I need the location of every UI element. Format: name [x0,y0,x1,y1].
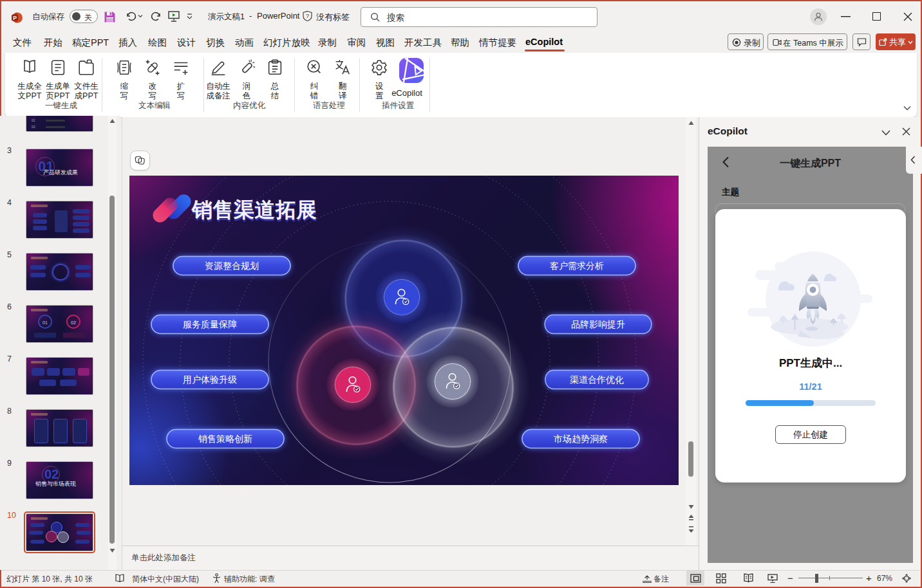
svg-text:服务质量保障: 服务质量保障 [183,319,237,329]
svg-text:销售策略创新: 销售策略创新 [198,434,252,444]
svg-text:P: P [13,15,17,21]
svg-text:渠道合作优化: 渠道合作优化 [570,374,624,385]
svg-text:资源整合规划: 资源整合规划 [205,261,259,271]
svg-text:客户需求分析: 客户需求分析 [550,261,604,271]
svg-text:?: ? [306,13,309,19]
svg-text:用户体验升级: 用户体验升级 [183,374,237,385]
svg-text:市场趋势洞察: 市场趋势洞察 [554,434,608,444]
svg-text:销售渠道拓展: 销售渠道拓展 [191,198,317,221]
svg-text:品牌影响提升: 品牌影响提升 [571,319,625,329]
